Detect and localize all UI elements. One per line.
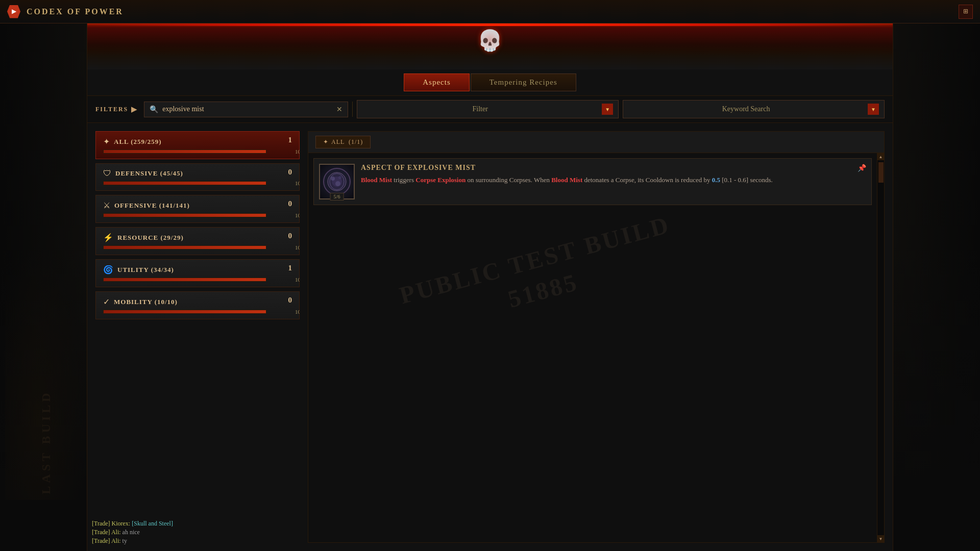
tab-aspects[interactable]: Aspects: [404, 73, 470, 91]
filters-bar: FILTERS ▶ 🔍 ✕ Filter ▼ Keyword Search ▼: [87, 95, 893, 123]
category-defensive-pct: 100%: [292, 180, 300, 186]
aspect-description: Blood Mist triggers Corpse Explosion on …: [361, 175, 866, 185]
category-utility[interactable]: 🌀 UTILITY (34/34) 1 100%: [95, 259, 300, 287]
nav-arrow-icon: ▶: [7, 5, 20, 18]
category-offensive[interactable]: ⚔ OFFENSIVE (141/141) 0 100%: [95, 195, 300, 223]
aspect-info: ASPECT OF EXPLOSIVE MIST Blood Mist trig…: [361, 164, 866, 199]
right-decoration: [888, 23, 980, 551]
category-mobility-progress-fill: [104, 310, 266, 313]
category-utility-count: 1: [288, 264, 292, 272]
scroll-down-button[interactable]: ▼: [877, 535, 885, 542]
chat-line-3: [Trade] Ali: ty: [92, 537, 173, 545]
main-content: 💀 Aspects Tempering Recipes FILTERS ▶ 🔍 …: [87, 23, 893, 551]
offensive-icon: ⚔: [103, 201, 110, 210]
resource-icon: ⚡: [103, 233, 113, 242]
category-resource-progress-bg: [103, 245, 266, 249]
clear-search-button[interactable]: ✕: [336, 105, 342, 114]
category-resource[interactable]: ⚡ RESOURCE (29/29) 0 100%: [95, 227, 300, 255]
aspect-level-badge: 5/6: [330, 193, 344, 201]
search-icon: 🔍: [150, 105, 158, 114]
category-resource-label: RESOURCE (29/29): [117, 234, 292, 242]
search-input[interactable]: [162, 105, 332, 113]
chat-overlay: [Trade] Kiorex: [Skull and Steel] [Trade…: [92, 520, 173, 546]
category-utility-label: UTILITY (34/34): [117, 266, 292, 274]
window-title: CODEX OF POWER: [27, 7, 124, 16]
category-defensive-label: DEFENSIVE (45/45): [115, 169, 292, 178]
category-all-count: 1: [288, 136, 292, 144]
category-resource-pct: 100%: [292, 244, 300, 251]
filter-dropdown-arrow: ▼: [602, 104, 613, 115]
results-panel: ✦ ALL (1/1): [308, 131, 885, 543]
category-all-progress-fill: [104, 150, 266, 153]
aspect-icon-wrapper: 5/6: [319, 164, 355, 199]
category-all[interactable]: ✦ ALL (259/259) 1 100%: [95, 131, 300, 159]
filters-label: FILTERS ▶: [95, 105, 138, 114]
category-defensive-count: 0: [288, 168, 292, 177]
keyword-dropdown-arrow: ▼: [868, 104, 879, 115]
results-header: ✦ ALL (1/1): [308, 132, 884, 153]
scroll-thumb[interactable]: [878, 162, 884, 183]
svg-point-5: [335, 181, 340, 186]
scroll-up-button[interactable]: ▲: [877, 153, 885, 160]
results-all-tab[interactable]: ✦ ALL (1/1): [315, 136, 371, 148]
mobility-icon: ✓: [103, 297, 110, 307]
category-offensive-progress-fill: [104, 214, 266, 217]
category-offensive-label: OFFENSIVE (141/141): [114, 202, 292, 210]
category-mobility-label: MOBILITY (10/10): [114, 298, 292, 306]
category-mobility[interactable]: ✓ MOBILITY (10/10) 0 100%: [95, 291, 300, 319]
tab-tempering[interactable]: Tempering Recipes: [471, 73, 576, 91]
close-button[interactable]: ⊞: [959, 5, 973, 19]
category-all-pct: 100%: [292, 148, 300, 155]
search-box[interactable]: 🔍 ✕: [144, 102, 348, 117]
pin-button[interactable]: 📌: [857, 164, 866, 172]
aspect-card: 5/6 ASPECT OF EXPLOSIVE MIST Blood Mist …: [313, 158, 872, 205]
category-resource-count: 0: [288, 232, 292, 240]
category-offensive-progress-bg: [103, 213, 266, 217]
utility-icon: 🌀: [103, 265, 113, 274]
aspect-title: ASPECT OF EXPLOSIVE MIST: [361, 164, 866, 172]
category-mobility-progress-bg: [103, 310, 266, 314]
defensive-icon: 🛡: [103, 169, 111, 178]
chat-line-2: [Trade] Ali: ah nice: [92, 529, 173, 536]
category-offensive-count: 0: [288, 199, 292, 208]
category-all-progress-bg: [103, 149, 266, 154]
category-mobility-pct: 100%: [292, 309, 300, 315]
filter-dropdown[interactable]: Filter ▼: [357, 100, 619, 118]
results-scrollbar[interactable]: ▲ ▼: [877, 153, 884, 542]
keyword-dropdown[interactable]: Keyword Search ▼: [623, 100, 885, 118]
category-utility-pct: 100%: [292, 277, 300, 283]
category-defensive-progress-bg: [103, 181, 266, 185]
divider: [352, 102, 353, 117]
svg-point-3: [331, 177, 335, 181]
all-icon: ✦: [103, 137, 110, 146]
svg-point-4: [338, 176, 341, 179]
category-defensive[interactable]: 🛡 DEFENSIVE (45/45) 0 100%: [95, 163, 300, 191]
category-resource-progress-fill: [104, 246, 266, 249]
filters-arrow-icon: ▶: [131, 105, 138, 114]
chat-line-1: [Trade] Kiorex: [Skull and Steel]: [92, 520, 173, 528]
category-offensive-pct: 100%: [292, 212, 300, 218]
close-icon: ⊞: [963, 8, 968, 15]
category-all-label: ALL (259/259): [114, 138, 292, 146]
tabs-container: Aspects Tempering Recipes: [87, 69, 893, 95]
results-tab-label: ALL (1/1): [331, 138, 363, 146]
deco-header: 💀: [87, 23, 893, 69]
category-utility-progress-bg: [103, 278, 266, 282]
top-bar: ▶ CODEX OF POWER ⊞: [0, 0, 980, 23]
results-tab-icon: ✦: [323, 138, 328, 146]
results-scroll[interactable]: 5/6 ASPECT OF EXPLOSIVE MIST Blood Mist …: [308, 153, 877, 542]
left-decoration: LAST BUILD: [0, 23, 92, 551]
content-area: ✦ ALL (259/259) 1 100% 🛡 DEFENSIVE (45/4…: [87, 123, 893, 551]
category-defensive-progress-fill: [104, 182, 266, 185]
aspect-icon-svg: [323, 167, 351, 196]
category-utility-progress-fill: [104, 278, 266, 281]
categories-panel: ✦ ALL (259/259) 1 100% 🛡 DEFENSIVE (45/4…: [95, 131, 300, 543]
category-mobility-count: 0: [288, 296, 292, 305]
